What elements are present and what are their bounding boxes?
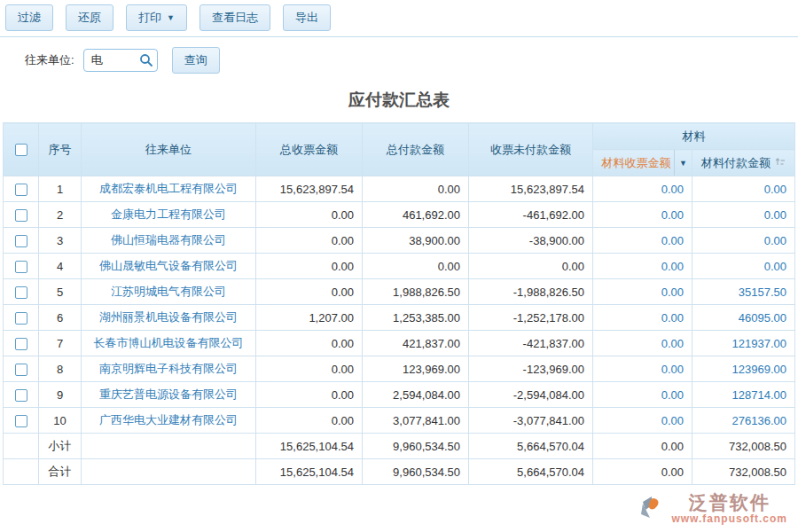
cell-total-invoice: 0.00 — [256, 279, 363, 305]
filter-button-label: 过滤 — [18, 10, 41, 26]
cell-total-invoice: 0.00 — [256, 356, 363, 382]
brand-footer: 泛普软件 www.fanpusoft.com — [638, 493, 787, 525]
cell-material-payment: 276136.00 — [692, 408, 795, 434]
row-seq: 4 — [39, 254, 82, 279]
cell-total-payment: 1,253,385.00 — [363, 305, 469, 331]
company-link[interactable]: 长春市博山机电设备有限公司 — [82, 331, 256, 356]
cell-total-payment: 0.00 — [363, 176, 469, 202]
row-select-cell — [4, 228, 39, 254]
row-checkbox[interactable] — [15, 364, 27, 376]
summary-company-cell — [82, 459, 256, 485]
cell-material-payment: 0.00 — [692, 176, 795, 202]
cell-total-payment: 421,837.00 — [363, 331, 469, 356]
summary-row: 小计15,625,104.549,960,534.505,664,570.040… — [4, 434, 795, 459]
company-filter-label: 往来单位: — [25, 52, 74, 68]
print-button[interactable]: 打印▼ — [126, 4, 187, 31]
cell-total-invoice: 0.00 — [256, 382, 363, 408]
search-icon[interactable] — [139, 53, 153, 70]
header-total-invoice[interactable]: 总收票金额 — [256, 123, 363, 176]
view-log-button[interactable]: 查看日志 — [200, 4, 270, 31]
header-total-payment[interactable]: 总付款金额 — [363, 123, 469, 176]
print-button-label: 打印 — [138, 10, 161, 26]
restore-button-label: 还原 — [78, 10, 101, 26]
restore-button[interactable]: 还原 — [66, 4, 113, 31]
row-select-cell — [4, 356, 39, 382]
export-button[interactable]: 导出 — [283, 4, 331, 31]
row-select-cell — [4, 279, 39, 305]
table-row: 5江苏明城电气有限公司0.001,988,826.50-1,988,826.50… — [4, 279, 795, 305]
view-log-button-label: 查看日志 — [212, 10, 258, 26]
query-button[interactable]: 查询 — [172, 47, 220, 74]
cell-total-invoice: 0.00 — [256, 228, 363, 254]
cell-material-invoice: 0.00 — [593, 176, 692, 202]
brand-logo-icon — [638, 493, 668, 524]
cell-total-invoice: 0.00 — [256, 202, 363, 228]
summary-material-invoice: 0.00 — [593, 434, 692, 459]
brand-url[interactable]: www.fanpusoft.com — [671, 512, 787, 525]
row-seq: 5 — [39, 279, 82, 305]
cell-material-invoice: 0.00 — [593, 254, 692, 279]
header-material-payment[interactable]: 材料付款金额 — [692, 150, 795, 176]
table-row: 10广西华电大业建材有限公司0.003,077,841.00-3,077,841… — [4, 408, 795, 434]
cell-invoice-unpaid: -38,900.00 — [469, 228, 593, 254]
header-material-group: 材料 — [593, 123, 795, 150]
summary-label: 合计 — [39, 459, 82, 485]
header-seq[interactable]: 序号 — [39, 123, 82, 176]
table-row: 6湖州丽景机电设备有限公司1,207.001,253,385.00-1,252,… — [4, 305, 795, 331]
cell-material-invoice: 0.00 — [593, 356, 692, 382]
cell-material-payment: 0.00 — [692, 228, 795, 254]
summary-invoice-unpaid: 5,664,570.04 — [469, 434, 593, 459]
row-seq: 10 — [39, 408, 82, 434]
row-checkbox[interactable] — [15, 235, 27, 247]
row-seq: 3 — [39, 228, 82, 254]
company-link[interactable]: 南京明辉电子科技有限公司 — [82, 356, 256, 382]
company-link[interactable]: 重庆艺普电源设备有限公司 — [82, 382, 256, 408]
row-seq: 1 — [39, 176, 82, 202]
header-material-invoice[interactable]: 材料收票金额 ▼ — [593, 150, 692, 176]
cell-material-invoice: 0.00 — [593, 331, 692, 356]
summary-company-cell — [82, 434, 256, 459]
cell-invoice-unpaid: -1,988,826.50 — [469, 279, 593, 305]
row-checkbox[interactable] — [15, 286, 27, 299]
cell-total-payment: 38,900.00 — [363, 228, 469, 254]
row-checkbox[interactable] — [15, 338, 27, 350]
row-checkbox[interactable] — [15, 209, 27, 222]
cell-material-payment: 121937.00 — [692, 331, 795, 356]
company-link[interactable]: 佛山恒瑞电器有限公司 — [82, 228, 256, 254]
cell-invoice-unpaid: -2,594,084.00 — [469, 382, 593, 408]
material-invoice-dropdown[interactable]: ▼ — [674, 150, 692, 176]
company-link[interactable]: 广西华电大业建材有限公司 — [82, 408, 256, 434]
table-row: 7长春市博山机电设备有限公司0.00421,837.00-421,837.000… — [4, 331, 795, 356]
sort-ascending-icon[interactable] — [775, 156, 786, 169]
cell-total-invoice: 0.00 — [256, 408, 363, 434]
header-invoice-unpaid[interactable]: 收票未付款金额 — [469, 123, 593, 176]
company-link[interactable]: 成都宏泰机电工程有限公司 — [82, 176, 256, 202]
row-checkbox[interactable] — [15, 184, 27, 196]
select-all-checkbox[interactable] — [15, 144, 27, 156]
table-body: 1成都宏泰机电工程有限公司15,623,897.540.0015,623,897… — [4, 176, 795, 485]
company-link[interactable]: 金康电力工程有限公司 — [82, 202, 256, 228]
cell-total-invoice: 1,207.00 — [256, 305, 363, 331]
company-link[interactable]: 湖州丽景机电设备有限公司 — [82, 305, 256, 331]
filter-button[interactable]: 过滤 — [5, 4, 53, 31]
row-checkbox[interactable] — [15, 261, 27, 273]
cell-total-invoice: 15,623,897.54 — [256, 176, 363, 202]
summary-material-invoice: 0.00 — [593, 459, 692, 485]
row-select-cell — [4, 202, 39, 228]
row-checkbox[interactable] — [15, 312, 27, 325]
company-search-box — [83, 49, 158, 72]
cell-material-payment: 128714.00 — [692, 382, 795, 408]
row-seq: 6 — [39, 305, 82, 331]
cell-material-payment: 35157.50 — [692, 279, 795, 305]
table-header: 序号 往来单位 总收票金额 总付款金额 收票未付款金额 材料 材料收票金额 ▼ … — [4, 123, 795, 176]
row-checkbox[interactable] — [15, 415, 27, 427]
table-row: 4佛山晟敏电气设备有限公司0.000.000.000.000.00 — [4, 254, 795, 279]
company-link[interactable]: 江苏明城电气有限公司 — [82, 279, 256, 305]
row-seq: 2 — [39, 202, 82, 228]
cell-total-payment: 3,077,841.00 — [363, 408, 469, 434]
row-select-cell — [4, 408, 39, 434]
cell-invoice-unpaid: -123,969.00 — [469, 356, 593, 382]
row-checkbox[interactable] — [15, 389, 27, 402]
company-link[interactable]: 佛山晟敏电气设备有限公司 — [82, 254, 256, 279]
header-company[interactable]: 往来单位 — [82, 123, 256, 176]
